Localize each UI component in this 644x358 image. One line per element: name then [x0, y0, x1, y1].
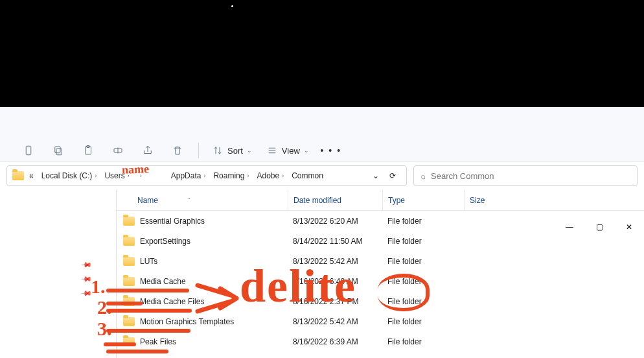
breadcrumb-roaming[interactable]: Roaming›	[211, 170, 251, 182]
file-name: Media Cache	[140, 277, 186, 286]
column-name[interactable]: Name˄	[117, 190, 288, 210]
file-name: Peak Files	[140, 337, 176, 346]
toolbar-divider	[198, 143, 199, 158]
table-row[interactable]: Media Cache8/16/2022 6:40 AMFile folder	[117, 271, 644, 291]
file-rows: Essential Graphics8/13/2022 6:20 AMFile …	[117, 211, 644, 352]
sort-asc-icon: ˄	[188, 197, 190, 203]
video-black-bar	[0, 0, 644, 107]
folder-icon	[123, 257, 135, 266]
svg-rect-0	[26, 146, 31, 155]
chevron-right-icon: ›	[247, 173, 249, 179]
table-row[interactable]: LUTs8/13/2022 5:42 AMFile folder	[117, 251, 644, 271]
folder-icon	[123, 217, 135, 226]
file-date: 8/14/2022 11:50 AM	[288, 237, 382, 246]
breadcrumb-appdata[interactable]: AppData›	[168, 170, 209, 182]
chevron-right-icon: ›	[95, 173, 97, 179]
content-area: 📌 📌 📌 Name˄ Date modified Type Size Esse…	[0, 190, 644, 358]
file-date: 8/16/2022 6:40 AM	[288, 277, 382, 286]
file-date: 8/13/2022 5:42 AM	[288, 317, 382, 326]
file-type: File folder	[382, 317, 464, 326]
breadcrumb-users[interactable]: Users›	[102, 170, 132, 182]
file-type: File folder	[382, 257, 464, 266]
file-type: File folder	[382, 277, 464, 286]
table-row[interactable]: Media Cache Files8/16/2022 2:37 PMFile f…	[117, 291, 644, 311]
explorer-titlebar-toolbar: — ▢ ✕ Sort ⌄ View ⌄	[0, 107, 644, 161]
phone-icon	[23, 145, 34, 156]
sort-button[interactable]: Sort ⌄	[207, 138, 257, 163]
search-input[interactable]	[431, 171, 630, 181]
folder-icon	[123, 297, 135, 306]
refresh-button[interactable]: ⟳	[389, 171, 396, 180]
file-date: 8/16/2022 6:39 AM	[288, 337, 382, 346]
table-row[interactable]: ExportSettings8/14/2022 11:50 AMFile fol…	[117, 231, 644, 251]
chevron-right-icon: ›	[282, 173, 284, 179]
address-search-row: « Local Disk (C:)› Users› › AppData› Roa…	[0, 161, 644, 190]
folder-icon	[123, 237, 135, 246]
chevron-right-icon: ›	[128, 173, 130, 179]
copy-button[interactable]	[45, 138, 71, 163]
svg-rect-2	[55, 147, 60, 153]
breadcrumb-overflow[interactable]: «	[27, 170, 36, 182]
column-headers: Name˄ Date modified Type Size	[117, 190, 644, 211]
file-date: 8/13/2022 6:20 AM	[288, 217, 382, 226]
copy-icon	[52, 145, 64, 156]
svg-rect-1	[56, 149, 62, 155]
paste-button[interactable]	[75, 138, 101, 163]
chevron-down-icon: ⌄	[304, 147, 309, 154]
chevron-right-icon: ›	[203, 173, 205, 179]
cut-button[interactable]	[16, 138, 41, 163]
view-button[interactable]: View ⌄	[261, 138, 314, 163]
more-button[interactable]: • • •	[318, 138, 344, 163]
file-type: File folder	[382, 337, 464, 346]
file-list-pane: Name˄ Date modified Type Size Essential …	[117, 190, 644, 358]
table-row[interactable]: Peak Files8/16/2022 6:39 AMFile folder	[117, 331, 644, 352]
file-type: File folder	[382, 237, 464, 246]
file-date: 8/16/2022 2:37 PM	[288, 297, 382, 306]
address-actions: ⌄ ⟳	[373, 171, 401, 180]
breadcrumb-username[interactable]: ›	[135, 171, 166, 180]
file-type: File folder	[382, 217, 464, 226]
breadcrumb-c[interactable]: Local Disk (C:)›	[39, 170, 100, 182]
column-date[interactable]: Date modified	[288, 190, 382, 210]
table-row[interactable]: Essential Graphics8/13/2022 6:20 AMFile …	[117, 211, 644, 231]
paste-icon	[82, 145, 94, 156]
file-name: Essential Graphics	[140, 217, 205, 226]
cursor-dot	[231, 5, 233, 7]
address-bar[interactable]: « Local Disk (C:)› Users› › AppData› Roa…	[6, 165, 407, 186]
delete-button[interactable]	[165, 138, 190, 163]
column-size[interactable]: Size	[464, 190, 529, 210]
sort-label: Sort	[227, 146, 243, 156]
file-type: File folder	[382, 297, 464, 306]
command-bar: Sort ⌄ View ⌄ • • •	[16, 138, 344, 163]
breadcrumb-common[interactable]: Common	[289, 170, 326, 182]
view-icon	[266, 145, 278, 156]
folder-icon	[123, 277, 135, 286]
history-dropdown-icon[interactable]: ⌄	[373, 171, 379, 180]
search-icon: ⌕	[420, 171, 426, 181]
file-name: LUTs	[140, 257, 157, 266]
share-icon	[142, 145, 154, 156]
navigation-pane[interactable]: 📌 📌 📌	[0, 190, 117, 358]
share-button[interactable]	[135, 138, 161, 163]
folder-icon	[123, 337, 135, 346]
column-type[interactable]: Type	[382, 190, 464, 210]
trash-icon	[172, 145, 183, 156]
rename-button[interactable]	[105, 138, 131, 163]
table-row[interactable]: Motion Graphics Templates8/13/2022 5:42 …	[117, 311, 644, 331]
breadcrumb-adobe[interactable]: Adobe›	[254, 170, 286, 182]
file-name: ExportSettings	[140, 237, 190, 246]
rename-icon	[112, 145, 124, 156]
search-box[interactable]: ⌕	[413, 165, 638, 186]
sort-icon	[212, 145, 224, 156]
chevron-right-icon: ›	[140, 173, 142, 179]
file-name: Media Cache Files	[140, 297, 204, 306]
file-date: 8/13/2022 5:42 AM	[288, 257, 382, 266]
folder-icon	[12, 171, 24, 180]
view-label: View	[282, 146, 300, 156]
folder-icon	[123, 317, 135, 326]
pin-icon: 📌	[12, 204, 104, 296]
file-name: Motion Graphics Templates	[140, 317, 234, 326]
chevron-down-icon: ⌄	[247, 147, 252, 154]
